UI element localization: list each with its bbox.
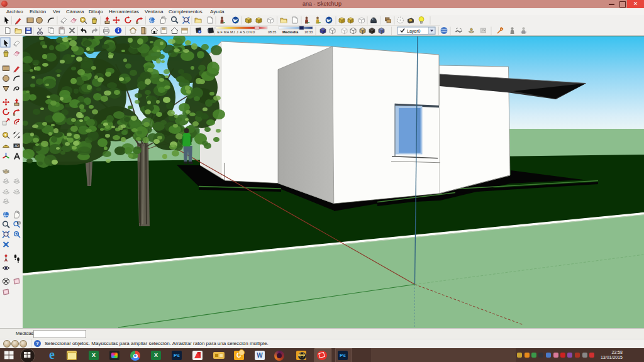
svg-text:A: A xyxy=(240,30,242,34)
svg-text:D: D xyxy=(253,30,255,34)
svg-text:A: A xyxy=(227,30,230,34)
svg-text:E: E xyxy=(218,30,220,34)
svg-text:3D: 3D xyxy=(14,144,19,148)
svg-text:Layer0: Layer0 xyxy=(407,29,421,34)
svg-text:M: M xyxy=(224,30,226,34)
svg-text:N: N xyxy=(250,30,252,34)
svg-text:J: J xyxy=(233,30,235,34)
svg-text:M: M xyxy=(230,30,233,34)
svg-text:F: F xyxy=(221,30,223,34)
svg-text:Mediodía: Mediodía xyxy=(282,30,299,34)
svg-text:08:35: 08:35 xyxy=(268,30,276,34)
svg-text:S: S xyxy=(243,30,245,34)
svg-text:O: O xyxy=(246,30,248,34)
svg-text:16:33: 16:33 xyxy=(304,30,313,34)
svg-text:J: J xyxy=(236,30,238,34)
